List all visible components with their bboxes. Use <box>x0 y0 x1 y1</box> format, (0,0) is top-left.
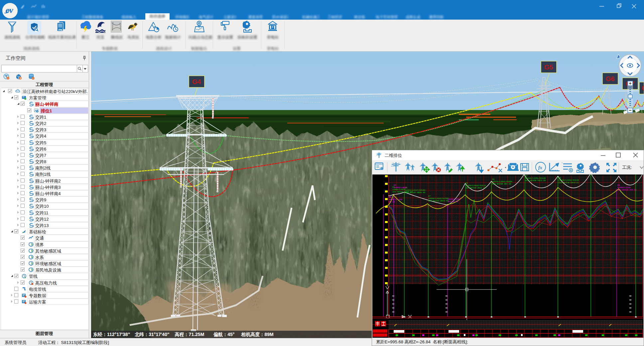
svg-text:LH409/LV220: LH409/LV220 <box>617 186 631 189</box>
svg-text:G9: G9 <box>559 177 561 179</box>
svg-text:M9: M9 <box>389 196 392 198</box>
svg-text:G: G <box>642 84 644 92</box>
svg-text:G5: G5 <box>544 63 553 71</box>
svg-text:220-HC3(B-Z8C3-2): 220-HC3(B-Z8C3-2) <box>559 181 579 184</box>
svg-text:220-HC31D-Z612-27: 220-HC31D-Z612-27 <box>465 187 486 189</box>
svg-text:G9: G9 <box>617 184 620 186</box>
svg-text:ev: ev <box>5 5 13 15</box>
svg-text:220-HD31D-2B08-45: 220-HD31D-2B08-45 <box>405 191 426 194</box>
svg-text:LH454/LV217/KVL04: LH454/LV217/KVL04 <box>405 189 426 191</box>
svg-text:LH409/LV@25: LH409/LV@25 <box>394 186 407 189</box>
svg-text:PK: PK <box>59 28 63 32</box>
svg-text:LH408/LV025: LH408/LV025 <box>392 188 406 191</box>
svg-text:LH376/LV98X/KV098: LH376/LV98X/KV098 <box>492 180 513 183</box>
svg-text:G7: G7 <box>525 175 528 177</box>
svg-text:G6: G6 <box>606 75 615 82</box>
svg-text:LH498/LV682/KVL13: LH498/LV682/KVL13 <box>465 184 486 187</box>
svg-text:G3: G3 <box>394 184 396 186</box>
svg-text:G5: G5 <box>465 182 468 184</box>
svg-text:A20-HC9TB-78C3-29: A20-HC9TB-78C3-29 <box>525 179 546 182</box>
svg-text:LH09/LV-1X9: LH09/LV-1X9 <box>389 198 402 201</box>
svg-text:LH568/LV641/KV309: LH568/LV641/KV309 <box>428 197 449 200</box>
svg-text:G4: G4 <box>192 78 201 85</box>
svg-text:LH426/LV402/KVL94: LH426/LV402/KVL94 <box>559 179 579 181</box>
svg-text:WJ-15: WJ-15 <box>389 201 395 203</box>
svg-text:LH41S/LV45L/KVL8S: LH41S/LV45L/KVL8S <box>525 177 546 179</box>
svg-text:fx: fx <box>538 165 542 170</box>
svg-text:220-NC81D-ZBC8-98: 220-NC81D-ZBC8-98 <box>428 200 449 202</box>
svg-text:G7: G7 <box>428 195 431 197</box>
svg-text:LH208/LV164: LH208/LV164 <box>448 198 461 200</box>
svg-text:工况:: 工况: <box>622 165 632 170</box>
svg-text:2C1-XE-32: 2C1-XE-32 <box>448 200 458 203</box>
svg-text:G8: G8 <box>492 178 495 180</box>
svg-text:280-H03(B-J03-6): 280-H03(B-J03-6) <box>617 189 637 191</box>
svg-text:880-NC31B-ZBC-88: 880-NC31B-ZBC-88 <box>492 183 511 185</box>
